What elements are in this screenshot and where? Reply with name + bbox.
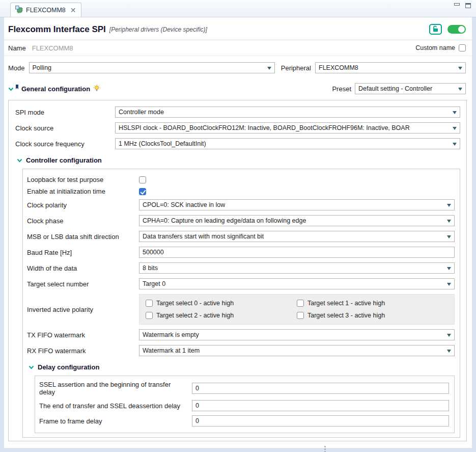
chevron-down-icon	[453, 143, 457, 146]
clock-source-select[interactable]: HSLSPI clock - BOARD_BootClockFRO12M: In…	[115, 122, 460, 134]
frame-to-frame-delay-input[interactable]	[192, 415, 449, 427]
inverted-polarity-option: Target select 3 - active high	[297, 312, 448, 319]
peripheral-select[interactable]: FLEXCOMM8	[315, 62, 466, 73]
target-select-2-checkbox[interactable]	[146, 312, 153, 319]
custom-name-label: Custom name	[415, 44, 455, 51]
chevron-down-icon	[267, 67, 271, 70]
form-row: Frame to frame delay	[39, 415, 449, 427]
shift-direction-select[interactable]: Data transfers start with most significa…	[139, 231, 455, 242]
toggle-knob	[458, 26, 465, 33]
form-row: MSB or LSB data shift direction Data tra…	[27, 231, 455, 242]
rx-fifo-watermark-select[interactable]: Watermark at 1 item	[139, 345, 455, 356]
clock-polarity-select[interactable]: CPOL=0: SCK inactive in low	[139, 199, 455, 210]
loopback-label: Loopback for test purpose	[27, 176, 139, 183]
option-label: Target select 0 - active high	[156, 300, 234, 307]
spi-mode-select[interactable]: Controller mode	[115, 107, 460, 118]
inverted-polarity-option: Target select 0 - active high	[146, 300, 297, 307]
ssel-assertion-delay-input[interactable]	[192, 383, 449, 394]
loopback-checkbox[interactable]	[139, 176, 146, 183]
tab-flexcomm8[interactable]: FLEXCOMM8 ✕	[10, 3, 81, 17]
form-row: Clock source frequency 1 MHz (ClocksTool…	[15, 138, 460, 149]
chevron-down-icon	[447, 350, 451, 353]
enable-at-init-label: Enable at initialization time	[27, 188, 139, 195]
collapse-chevron-icon[interactable]	[8, 84, 14, 93]
baud-rate-input[interactable]	[139, 247, 455, 258]
option-label: Target select 2 - active high	[156, 312, 234, 319]
shift-direction-label: MSB or LSB data shift direction	[27, 233, 139, 241]
title-row: Flexcomm Interface SPI [Peripheral drive…	[4, 17, 472, 40]
section-title: General configuration	[21, 85, 90, 93]
collapse-chevron-icon[interactable]	[17, 156, 22, 164]
ssel-deassertion-delay-input[interactable]	[192, 400, 449, 411]
rx-fifo-label: RX FIFO watermark	[27, 347, 139, 355]
peripheral-value: FLEXCOMM8	[319, 64, 358, 71]
target-select-number-select[interactable]: Target 0	[139, 278, 455, 289]
clock-polarity-label: Clock polarity	[27, 201, 139, 209]
clock-source-label: Clock source	[15, 124, 115, 132]
maximize-icon[interactable]	[465, 3, 471, 8]
peripheral-enable-toggle[interactable]	[447, 25, 466, 34]
preset-select[interactable]: Default setting - Controller	[355, 83, 466, 94]
clock-source-frequency-label: Clock source frequency	[15, 140, 115, 148]
mode-select[interactable]: Polling	[29, 62, 275, 73]
form-row: RX FIFO watermark Watermark at 1 item	[27, 345, 455, 356]
enable-at-init-checkbox[interactable]	[139, 188, 146, 195]
chevron-down-icon	[453, 111, 457, 114]
chevron-down-icon	[447, 204, 451, 207]
delay-configuration-header: Delay configuration	[27, 361, 455, 376]
tab-title: FLEXCOMM8	[26, 7, 66, 14]
editor-tabbar: FLEXCOMM8 ✕	[0, 0, 476, 17]
tx-fifo-watermark-select[interactable]: Watermark is empty	[139, 329, 455, 340]
option-label: Target select 1 - active high	[307, 300, 385, 307]
ssel-assertion-delay-label: SSEL assertion and the beginning of tran…	[39, 381, 192, 396]
form-row: Clock polarity CPOL=0: SCK inactive in l…	[27, 199, 455, 210]
minimize-icon[interactable]	[454, 3, 460, 8]
form-row: Baud Rate [Hz]	[27, 247, 455, 258]
chevron-down-icon	[458, 67, 462, 70]
clock-source-frequency-select[interactable]: 1 MHz (ClocksTool_DefaultInit)	[115, 138, 460, 149]
preset-value: Default setting - Controller	[358, 85, 432, 92]
peripheral-settings-panel: Flexcomm Interface SPI [Peripheral drive…	[4, 17, 472, 448]
sash-handle[interactable]	[324, 448, 326, 450]
general-configuration-group: SPI mode Controller mode Clock source HS…	[8, 100, 467, 441]
data-width-select[interactable]: 8 bits	[139, 262, 455, 274]
chevron-down-icon	[447, 220, 451, 223]
form-row: Target select number Target 0	[27, 278, 455, 289]
option-label: Target select 3 - active high	[307, 312, 385, 319]
section-badge-icon	[15, 82, 19, 91]
target-select-0-checkbox[interactable]	[146, 300, 153, 307]
unlock-button[interactable]	[429, 24, 442, 35]
preset-label: Preset	[332, 85, 351, 93]
config-tool-window: FLEXCOMM8 ✕ Flexcomm Interface SPI [Peri…	[0, 0, 476, 452]
target-select-1-checkbox[interactable]	[297, 300, 304, 307]
collapse-chevron-icon[interactable]	[29, 363, 34, 371]
lightbulb-icon[interactable]	[93, 84, 101, 94]
target-select-3-checkbox[interactable]	[297, 312, 304, 319]
inverted-polarity-option: Target select 2 - active high	[146, 312, 297, 319]
baud-rate-label: Baud Rate [Hz]	[27, 249, 139, 256]
form-row: Inverted active polarity Target select 0…	[27, 294, 455, 325]
chevron-down-icon	[447, 235, 451, 238]
chevron-down-icon	[447, 334, 451, 337]
custom-name-checkbox[interactable]	[459, 44, 466, 51]
chevron-down-icon	[458, 88, 462, 91]
form-row: SPI mode Controller mode	[15, 107, 460, 118]
window-buttons	[454, 3, 471, 8]
name-label: Name	[8, 44, 26, 52]
ssel-deassertion-delay-label: The end of transfer and SSEL deassertion…	[39, 402, 192, 410]
chevron-down-icon	[453, 127, 457, 130]
tx-fifo-label: TX FIFO watermark	[27, 331, 139, 339]
subsection-title: Delay configuration	[38, 363, 99, 371]
close-icon[interactable]: ✕	[70, 7, 76, 14]
form-row: Clock phase CPHA=0: Capture on leading e…	[27, 215, 455, 226]
form-row: Loopback for test purpose	[27, 176, 455, 183]
clock-phase-select[interactable]: CPHA=0: Capture on leading edge/data on …	[139, 215, 455, 226]
frame-to-frame-delay-label: Frame to frame delay	[39, 417, 192, 425]
name-row: Name FLEXCOMM8 Custom name	[4, 40, 472, 56]
form-row: Width of the data 8 bits	[27, 262, 455, 274]
mode-value: Polling	[33, 64, 52, 71]
subsection-title: Controller configuration	[26, 156, 102, 164]
name-value: FLEXCOMM8	[32, 44, 73, 52]
inverted-polarity-label: Inverted active polarity	[27, 306, 139, 313]
peripheral-icon	[15, 6, 23, 15]
